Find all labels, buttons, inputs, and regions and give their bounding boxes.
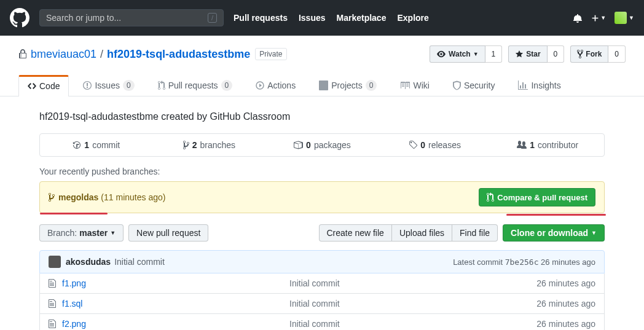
watch-count[interactable]: 1 — [485, 45, 503, 63]
graph-icon — [518, 81, 528, 90]
notifications-icon[interactable] — [573, 13, 583, 23]
stat-contributors[interactable]: 1 contributor — [491, 134, 604, 156]
file-commit-msg[interactable]: Initial commit — [289, 278, 536, 288]
tab-projects[interactable]: Projects0 — [310, 75, 386, 96]
repo-title: bmeviauac01 / hf2019-tsql-adudastestbme … — [18, 45, 626, 63]
github-logo-icon[interactable] — [10, 8, 29, 28]
package-icon — [293, 140, 303, 150]
tab-issues[interactable]: Issues0 — [74, 75, 143, 96]
file-name-link[interactable]: f1.sql — [62, 299, 289, 308]
shield-icon — [453, 81, 461, 90]
file-icon — [49, 319, 56, 329]
nav-pull-requests[interactable]: Pull requests — [234, 13, 288, 23]
pushed-branch-time: (11 minutes ago) — [101, 192, 165, 202]
repo-description: hf2019-tsql-adudastestbme created by Git… — [39, 111, 605, 122]
annotation-underline — [40, 213, 108, 214]
compare-pr-button[interactable]: Compare & pull request — [479, 188, 595, 206]
repo-name-link[interactable]: hf2019-tsql-adudastestbme — [107, 48, 250, 61]
annotation-underline — [506, 214, 606, 216]
tab-code[interactable]: Code — [18, 75, 69, 96]
main-container: hf2019-tsql-adudastestbme created by Git… — [21, 96, 623, 330]
search-input[interactable] — [46, 13, 208, 23]
tag-icon — [409, 140, 417, 150]
stat-releases[interactable]: 0 releases — [379, 134, 492, 156]
top-header: / Pull requests Issues Marketplace Explo… — [0, 0, 644, 36]
nav-links: Pull requests Issues Marketplace Explore — [234, 13, 429, 23]
commit-author[interactable]: akosdudas — [66, 257, 111, 267]
commit-meta: Latest commit 7be256c 26 minutes ago — [453, 257, 595, 267]
star-icon — [515, 50, 524, 58]
caret-down-icon: ▼ — [600, 15, 606, 21]
visibility-badge: Private — [255, 48, 286, 60]
stat-commits[interactable]: 1 commit — [40, 134, 153, 156]
project-icon — [319, 81, 328, 90]
avatar-icon — [615, 12, 627, 24]
upload-files-button[interactable]: Upload files — [391, 224, 452, 242]
header-right: ▼ ▼ — [573, 12, 634, 24]
fork-button[interactable]: Fork — [570, 45, 608, 63]
repo-actions: Watch▼ 1 Star 0 Fork 0 — [430, 45, 626, 63]
issue-icon — [83, 81, 92, 90]
clone-button[interactable]: Clone or download ▼ — [503, 224, 605, 242]
pushed-branch-link[interactable]: megoldas — [58, 192, 98, 202]
pr-icon — [487, 192, 494, 202]
book-icon — [400, 81, 410, 90]
search-input-wrapper[interactable]: / — [39, 9, 224, 26]
create-file-button[interactable]: Create new file — [319, 224, 392, 242]
file-commit-msg[interactable]: Initial commit — [289, 319, 536, 329]
file-name-link[interactable]: f1.png — [62, 278, 289, 288]
file-time: 26 minutes ago — [536, 299, 595, 308]
history-icon — [73, 141, 81, 149]
nav-marketplace[interactable]: Marketplace — [337, 13, 387, 23]
file-row: f2.pngInitial commit26 minutes ago — [39, 314, 605, 330]
repo-header: bmeviauac01 / hf2019-tsql-adudastestbme … — [0, 36, 644, 63]
stat-packages[interactable]: 0 packages — [265, 134, 379, 156]
stat-branches[interactable]: 2 branches — [153, 134, 266, 156]
caret-down-icon: ▼ — [591, 230, 597, 236]
branch-select[interactable]: Branch: master ▼ — [39, 224, 124, 242]
tab-security[interactable]: Security — [444, 75, 505, 96]
tab-pull-requests[interactable]: Pull requests0 — [149, 75, 242, 96]
file-list: f1.pngInitial commit26 minutes agof1.sql… — [39, 273, 605, 330]
play-icon — [256, 81, 264, 90]
tab-insights[interactable]: Insights — [509, 75, 570, 96]
branch-icon — [183, 140, 189, 150]
file-row: f1.sqlInitial commit26 minutes ago — [39, 294, 605, 314]
separator: / — [100, 48, 103, 61]
branch-icon — [49, 192, 55, 202]
repo-tabs: Code Issues0 Pull requests0 Actions Proj… — [0, 75, 644, 96]
file-actions-group: Create new file Upload files Find file — [319, 224, 498, 242]
file-row: f1.pngInitial commit26 minutes ago — [39, 273, 605, 294]
fork-count[interactable]: 0 — [608, 45, 626, 63]
file-icon — [49, 299, 56, 308]
watch-button[interactable]: Watch▼ — [430, 45, 485, 63]
user-menu[interactable]: ▼ — [615, 12, 634, 24]
slash-hint-icon: / — [208, 13, 217, 23]
avatar-icon[interactable] — [49, 256, 61, 268]
caret-down-icon: ▼ — [110, 230, 116, 236]
tab-actions[interactable]: Actions — [246, 75, 305, 96]
new-menu[interactable]: ▼ — [591, 14, 606, 22]
repo-owner-link[interactable]: bmeviauac01 — [31, 48, 96, 61]
commit-bar: akosdudas Initial commit Latest commit 7… — [39, 250, 605, 273]
stats-bar: 1 commit 2 branches 0 packages 0 release… — [39, 133, 605, 157]
tab-wiki[interactable]: Wiki — [391, 75, 438, 96]
file-commit-msg[interactable]: Initial commit — [289, 299, 536, 308]
star-count[interactable]: 0 — [548, 45, 565, 63]
people-icon — [517, 140, 527, 150]
eye-icon — [436, 50, 446, 58]
nav-explore[interactable]: Explore — [397, 13, 428, 23]
nav-issues[interactable]: Issues — [299, 13, 326, 23]
caret-down-icon: ▼ — [629, 15, 634, 21]
star-button[interactable]: Star — [508, 45, 547, 63]
code-icon — [28, 81, 36, 91]
file-icon — [49, 278, 56, 288]
lock-icon — [18, 49, 27, 59]
commit-sha[interactable]: 7be256c — [505, 257, 539, 267]
file-name-link[interactable]: f2.png — [62, 319, 289, 329]
fork-icon — [577, 49, 583, 59]
commit-message[interactable]: Initial commit — [114, 257, 165, 267]
branch-alert: megoldas (11 minutes ago) Compare & pull… — [39, 181, 605, 213]
find-file-button[interactable]: Find file — [452, 224, 498, 242]
new-pr-button[interactable]: New pull request — [128, 224, 208, 242]
